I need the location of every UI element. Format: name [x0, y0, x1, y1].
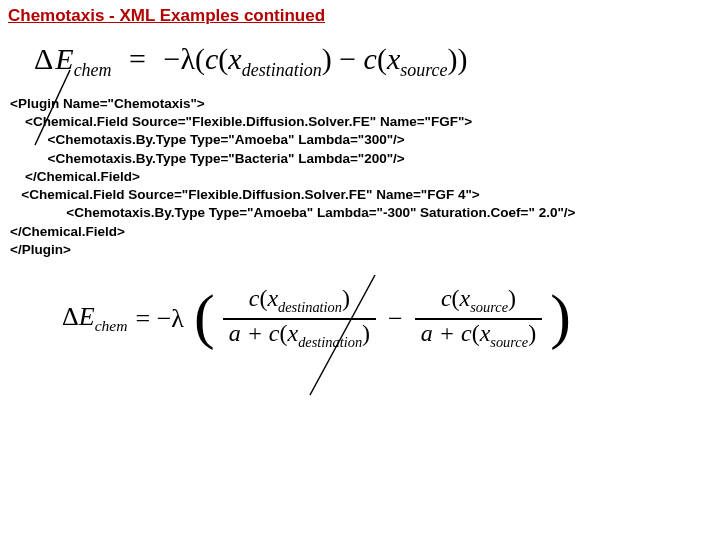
- eq1-sub2: source: [400, 60, 447, 80]
- eq2-d1-sub: destination: [298, 334, 362, 350]
- eq2-delta: Δ: [62, 302, 79, 331]
- xml-l9: </Plugin>: [10, 242, 71, 257]
- eq2-d2-a: a +: [421, 320, 461, 346]
- eq2-minus: −: [382, 304, 409, 334]
- equation-2: ΔEchem = −λ ( c(xdestination) a + c(xdes…: [62, 285, 712, 353]
- eq2-frac-2: c(xsource) a + c(xsource): [415, 285, 542, 353]
- eq2-n1-sub: destination: [278, 299, 342, 315]
- eq2-eq: = −λ: [128, 304, 192, 334]
- eq1-c2: c: [364, 42, 377, 75]
- eq1-prefix: −λ(: [164, 42, 205, 75]
- eq1-sub1: destination: [242, 60, 322, 80]
- xml-l8: </Chemical.Field>: [10, 224, 125, 239]
- eq2-n1-x: x: [267, 285, 278, 311]
- xml-l1: <Plugin Name="Chemotaxis">: [10, 96, 205, 111]
- eq2-d1-a: a +: [229, 320, 269, 346]
- xml-l7: <Chemotaxis.By.Type Type="Amoeba" Lambda…: [10, 205, 575, 220]
- eq2-n1-c: c: [249, 285, 260, 311]
- eq1-suffix: )): [448, 42, 468, 75]
- slide-title: Chemotaxis - XML Examples continued: [8, 6, 712, 26]
- xml-l2: <Chemical.Field Source="Flexible.Diffusi…: [10, 114, 472, 129]
- eq2-d2-x: x: [480, 320, 491, 346]
- eq1-mid: ) −: [322, 42, 364, 75]
- eq2-d1-c: c: [269, 320, 280, 346]
- eq2-d2-c: c: [461, 320, 472, 346]
- eq2-frac-1: c(xdestination) a + c(xdestination): [223, 285, 376, 353]
- xml-block: <Plugin Name="Chemotaxis"> <Chemical.Fie…: [10, 95, 712, 259]
- eq2-n2-x: x: [460, 285, 471, 311]
- eq2-d2-sub: source: [490, 334, 528, 350]
- eq1-x1: x: [228, 42, 241, 75]
- eq2-n2-sub: source: [470, 299, 508, 315]
- eq1-delta: Δ: [34, 42, 53, 75]
- eq2-d1-x: x: [287, 320, 298, 346]
- xml-l6: <Chemical.Field Source="Flexible.Diffusi…: [10, 187, 480, 202]
- eq1-equals: =: [119, 42, 156, 75]
- eq2-E-sub: chem: [95, 317, 128, 334]
- annotation-arrows: [0, 0, 720, 540]
- eq2-E: E: [79, 302, 95, 331]
- eq1-x2: x: [387, 42, 400, 75]
- eq1-E: E: [55, 42, 73, 75]
- equation-1: ΔEchem = −λ(c(xdestination) − c(xsource)…: [34, 42, 712, 81]
- eq1-c1: c: [205, 42, 218, 75]
- xml-l3: <Chemotaxis.By.Type Type="Amoeba" Lambda…: [10, 132, 405, 147]
- eq1-E-sub: chem: [74, 60, 112, 80]
- eq2-n2-c: c: [441, 285, 452, 311]
- xml-l5: </Chemical.Field>: [10, 169, 140, 184]
- xml-l4: <Chemotaxis.By.Type Type="Bacteria" Lamb…: [10, 151, 405, 166]
